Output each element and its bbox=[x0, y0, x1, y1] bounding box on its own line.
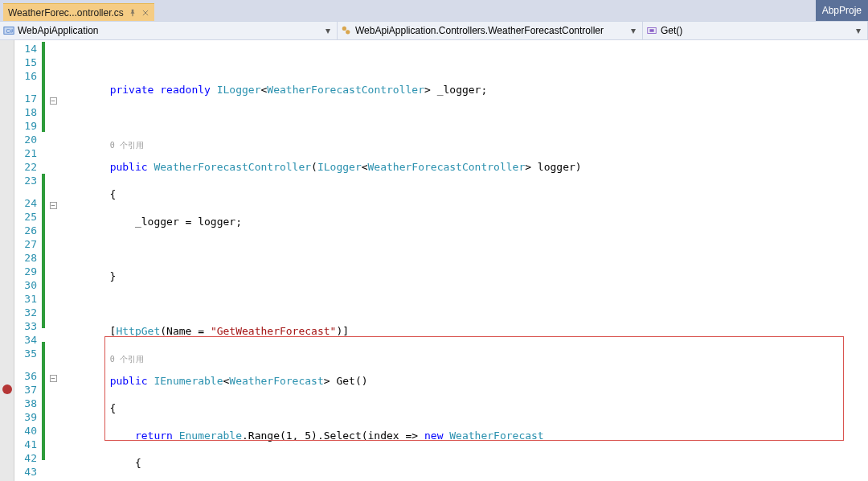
scope-project-label: WebApiApplication bbox=[18, 25, 99, 36]
svg-point-2 bbox=[342, 27, 346, 31]
fold-toggle-icon[interactable]: − bbox=[50, 202, 57, 209]
line-number: 18 bbox=[14, 105, 37, 119]
code-reference-hint[interactable]: 0 个引用 bbox=[59, 138, 868, 146]
svg-point-3 bbox=[346, 30, 350, 34]
line-number: 42 bbox=[14, 451, 37, 465]
line-number: 31 bbox=[14, 292, 37, 306]
code-line: return Enumerable.Range(1, 5).Select(ind… bbox=[59, 429, 868, 442]
code-line: } bbox=[59, 269, 868, 283]
gutter: 14 15 16 17 18 19 20 21 22 23 24 25 26 2… bbox=[0, 40, 59, 481]
change-mark bbox=[42, 174, 45, 328]
line-number: 15 bbox=[14, 56, 37, 69]
scope-project[interactable]: C# WebApiApplication ▾ bbox=[0, 22, 338, 39]
csharp-project-icon: C# bbox=[3, 25, 14, 36]
fold-toggle-icon[interactable]: − bbox=[50, 97, 57, 105]
tab-bar: WeatherForec...ontroller.cs AbpProje bbox=[0, 0, 868, 21]
line-number: 24 bbox=[14, 187, 37, 210]
tab-title: WeatherForec...ontroller.cs bbox=[8, 7, 124, 18]
scope-method-label: Get() bbox=[661, 25, 682, 36]
line-number: 27 bbox=[14, 237, 37, 251]
file-tab[interactable]: WeatherForec...ontroller.cs bbox=[3, 3, 154, 21]
code-line: { bbox=[59, 401, 868, 415]
line-number: 34 bbox=[14, 333, 37, 347]
line-number-column: 14 15 16 17 18 19 20 21 22 23 24 25 26 2… bbox=[14, 40, 42, 481]
line-number: 20 bbox=[14, 133, 37, 146]
line-number: 16 bbox=[14, 69, 37, 83]
line-number: 28 bbox=[14, 251, 37, 265]
pin-icon[interactable] bbox=[129, 9, 137, 17]
line-number: 39 bbox=[14, 410, 37, 424]
code-line bbox=[59, 242, 868, 256]
scope-class[interactable]: WebApiApplication.Controllers.WeatherFor… bbox=[338, 22, 643, 39]
line-number: 32 bbox=[14, 306, 37, 319]
line-number: 17 bbox=[14, 83, 37, 105]
line-number: 25 bbox=[14, 210, 37, 224]
code-line: private readonly ILogger<WeatherForecast… bbox=[59, 83, 868, 97]
line-number: 41 bbox=[14, 438, 37, 451]
line-number: 14 bbox=[14, 42, 37, 56]
change-indicator-column bbox=[42, 40, 47, 481]
change-mark bbox=[42, 42, 45, 84]
right-panel-tab[interactable]: AbpProje bbox=[816, 0, 868, 21]
code-line bbox=[59, 110, 868, 124]
code-editor[interactable]: 14 15 16 17 18 19 20 21 22 23 24 25 26 2… bbox=[0, 40, 868, 481]
svg-text:C#: C# bbox=[6, 28, 14, 34]
line-number: 35 bbox=[14, 347, 37, 360]
line-number: 29 bbox=[14, 265, 37, 278]
code-reference-hint[interactable]: 0 个引用 bbox=[59, 352, 868, 360]
chevron-down-icon[interactable]: ▾ bbox=[853, 25, 864, 36]
code-area[interactable]: private readonly ILogger<WeatherForecast… bbox=[59, 40, 868, 481]
method-icon bbox=[646, 25, 657, 36]
close-icon[interactable] bbox=[141, 9, 149, 17]
code-line bbox=[59, 56, 868, 69]
change-mark bbox=[42, 84, 45, 132]
scope-method[interactable]: Get() ▾ bbox=[643, 22, 868, 39]
code-line: [HttpGet(Name = "GetWeatherForecast")] bbox=[59, 324, 868, 338]
line-number: 21 bbox=[14, 146, 37, 160]
breakpoint-column[interactable] bbox=[0, 40, 14, 481]
line-number: 37 bbox=[14, 383, 37, 397]
scope-class-label: WebApiApplication.Controllers.WeatherFor… bbox=[355, 25, 604, 36]
class-icon bbox=[341, 25, 352, 36]
code-line: public IEnumerable<WeatherForecast> Get(… bbox=[59, 374, 868, 388]
chevron-down-icon[interactable]: ▾ bbox=[322, 25, 334, 36]
line-number: 40 bbox=[14, 424, 37, 438]
code-line: _logger = logger; bbox=[59, 215, 868, 228]
chevron-down-icon[interactable]: ▾ bbox=[628, 25, 639, 36]
navigation-bar: C# WebApiApplication ▾ WebApiApplication… bbox=[0, 21, 868, 40]
line-number: 19 bbox=[14, 119, 37, 133]
line-number: 26 bbox=[14, 224, 37, 237]
breakpoint-marker[interactable] bbox=[2, 384, 12, 394]
code-line: public WeatherForecastController(ILogger… bbox=[59, 160, 868, 174]
line-number: 38 bbox=[14, 397, 37, 410]
line-number: 30 bbox=[14, 278, 37, 292]
line-number: 36 bbox=[14, 360, 37, 383]
line-number: 33 bbox=[14, 319, 37, 333]
fold-column[interactable]: − − − bbox=[47, 40, 59, 481]
line-number: 22 bbox=[14, 160, 37, 174]
line-number: 43 bbox=[14, 465, 37, 479]
fold-toggle-icon[interactable]: − bbox=[50, 375, 57, 382]
code-line: { bbox=[59, 187, 868, 201]
code-line bbox=[59, 297, 868, 310]
svg-rect-5 bbox=[649, 29, 653, 32]
line-number: 23 bbox=[14, 174, 37, 187]
code-line: { bbox=[59, 456, 868, 470]
change-mark bbox=[42, 342, 45, 460]
